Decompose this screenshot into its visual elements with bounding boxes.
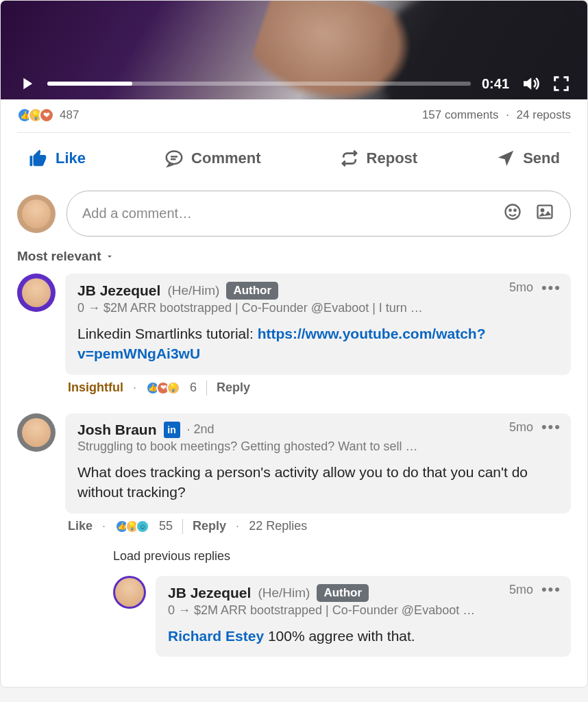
svg-point-4: [509, 210, 511, 211]
image-icon[interactable]: [535, 202, 555, 225]
commenter-avatar[interactable]: [113, 576, 146, 609]
video-progress-bar[interactable]: [47, 82, 471, 86]
comment-actions: Insightful · 👍 ❤ 💡 6 Reply: [65, 375, 571, 407]
play-button[interactable]: [17, 74, 36, 93]
send-button[interactable]: Send: [487, 137, 568, 180]
repost-label: Repost: [367, 149, 418, 167]
stats-separator: ·: [506, 108, 509, 121]
reply-button[interactable]: Reply: [217, 380, 250, 395]
commenter-headline: Struggling to book meetings? Getting gho…: [77, 439, 559, 454]
volume-button[interactable]: [520, 73, 541, 94]
commenter-pronouns: (He/Him): [258, 585, 310, 601]
current-user-avatar[interactable]: [17, 195, 56, 233]
comment-time: 5mo: [509, 280, 533, 295]
svg-point-7: [541, 209, 544, 212]
comment: 5mo ••• JB Jezequel (He/Him) Author 0 → …: [17, 274, 571, 407]
comment-input[interactable]: Add a comment…: [66, 191, 571, 237]
reaction-button[interactable]: Insightful: [68, 380, 123, 395]
commenter-name[interactable]: Josh Braun: [77, 422, 157, 438]
comment-bubble: 5mo ••• JB Jezequel (He/Him) Author 0 → …: [65, 274, 571, 375]
chevron-down-icon: [105, 252, 114, 261]
comment-reactions-count: 6: [190, 380, 197, 395]
commenter-pronouns: (He/Him): [167, 283, 219, 298]
insightful-icon: 💡: [167, 381, 180, 395]
svg-point-3: [506, 205, 520, 219]
commenter-name[interactable]: JB Jezequel: [168, 585, 251, 601]
comment-reaction-icons[interactable]: 👍 💡 ☺: [115, 520, 149, 533]
author-badge: Author: [226, 282, 278, 300]
comment-text: Linkedin Smartlinks tutorial: https://ww…: [77, 324, 559, 364]
mention-link[interactable]: Richard Estey: [168, 628, 264, 644]
comment-reactions-count: 55: [159, 519, 173, 533]
svg-point-5: [514, 210, 515, 211]
comment-time: 5mo: [509, 583, 533, 597]
post-stats-row: 👍 💡 ❤ 487 157 comments · 24 reposts: [1, 99, 587, 132]
comment-reaction-icons[interactable]: 👍 ❤ 💡: [146, 381, 180, 395]
send-label: Send: [523, 149, 560, 167]
comment-text-part: Linkedin Smartlinks tutorial:: [77, 326, 258, 341]
emoji-icon[interactable]: [503, 202, 522, 225]
comment-label: Comment: [191, 149, 260, 167]
commenter-avatar[interactable]: [17, 274, 56, 312]
reactions-summary[interactable]: 👍 💡 ❤ 487: [17, 108, 79, 123]
fullscreen-button[interactable]: [552, 74, 571, 93]
video-progress-fill: [47, 82, 132, 86]
linkedin-badge-icon: in: [164, 422, 180, 438]
repost-button[interactable]: Repost: [331, 137, 426, 180]
sort-comments[interactable]: Most relevant: [1, 249, 587, 274]
comments-count[interactable]: 157 comments: [422, 108, 499, 121]
commenter-avatar[interactable]: [17, 413, 56, 452]
stats-right: 157 comments · 24 reposts: [422, 108, 571, 122]
post-card: 0:41 👍 💡 ❤ 487: [0, 0, 588, 688]
video-time: 0:41: [482, 76, 509, 92]
load-previous-replies[interactable]: Load previous replies: [65, 545, 571, 576]
funny-icon: ☺: [136, 520, 149, 533]
commenter-headline: 0 → $2M ARR bootstrapped | Co-Founder @E…: [77, 301, 559, 315]
connection-degree: · 2nd: [187, 422, 215, 437]
like-toggle[interactable]: Like: [68, 519, 93, 533]
comment: 5mo ••• Josh Braun in · 2nd Struggling t…: [17, 413, 571, 664]
comment-bubble: 5mo ••• JB Jezequel (He/Him) Author 0 → …: [156, 576, 571, 657]
action-bar: Like Comment Repost Send: [1, 133, 587, 186]
reply-button[interactable]: Reply: [193, 519, 226, 533]
comment-time: 5mo: [509, 420, 533, 435]
author-badge: Author: [317, 584, 369, 602]
comment-actions: Like · 👍 💡 ☺ 55 Reply · 22 Replies: [65, 513, 571, 545]
comment-composer: Add a comment…: [1, 186, 587, 249]
comment-button[interactable]: Comment: [156, 137, 269, 180]
comment-text: What does tracking a person's activity a…: [77, 462, 559, 503]
video-controls: 0:41: [1, 73, 587, 94]
love-icon: ❤: [39, 108, 54, 123]
comment-bubble: 5mo ••• Josh Braun in · 2nd Struggling t…: [65, 413, 571, 513]
reposts-count[interactable]: 24 reposts: [517, 108, 571, 121]
reactions-count: 487: [60, 108, 79, 122]
reaction-icons: 👍 💡 ❤: [17, 108, 54, 123]
replies-count[interactable]: 22 Replies: [249, 519, 307, 533]
commenter-name[interactable]: JB Jezequel: [77, 282, 160, 299]
divider: [182, 519, 183, 534]
like-button[interactable]: Like: [20, 137, 94, 180]
comment-placeholder: Add a comment…: [82, 206, 192, 221]
like-label: Like: [56, 149, 86, 167]
commenter-headline: 0 → $2M ARR bootstrapped | Co-Founder @E…: [168, 603, 559, 618]
comment-reply: 5mo ••• JB Jezequel (He/Him) Author 0 → …: [113, 576, 571, 657]
comment-text-part: 100% aggree with that.: [264, 628, 415, 644]
sort-label: Most relevant: [17, 249, 101, 264]
comment-text: Richard Estey 100% aggree with that.: [168, 626, 559, 646]
video-player[interactable]: 0:41: [1, 1, 587, 99]
divider: [206, 380, 207, 396]
comments-thread: 5mo ••• JB Jezequel (He/Him) Author 0 → …: [1, 274, 587, 687]
